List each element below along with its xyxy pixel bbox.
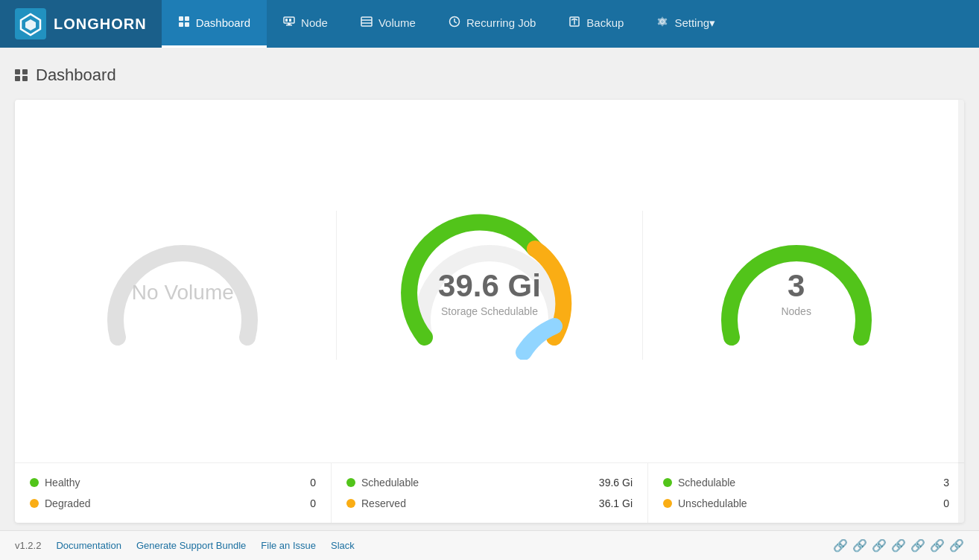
footer-icon-6: 🔗 bbox=[930, 538, 945, 553]
setting-icon bbox=[656, 16, 668, 31]
storage-gauge-center: 39.6 Gi Storage Schedulable bbox=[438, 268, 541, 317]
stat-item-schedulable-nodes: Schedulable 3 bbox=[663, 472, 949, 493]
stat-label-schedulable-nodes: Schedulable bbox=[663, 477, 735, 489]
dot-healthy bbox=[30, 478, 39, 487]
dot-reserved-storage bbox=[346, 499, 355, 508]
nav-label-recurring-job: Recurring Job bbox=[466, 16, 536, 29]
nav-item-volume[interactable]: Volume bbox=[344, 0, 432, 48]
brand[interactable]: LONGHORN bbox=[0, 0, 162, 48]
backup-icon bbox=[568, 16, 580, 31]
volume-icon bbox=[361, 16, 373, 30]
dashboard-page-icon bbox=[15, 69, 28, 81]
nav-label-node: Node bbox=[301, 16, 328, 29]
svg-rect-16 bbox=[15, 69, 20, 74]
no-volume-label: No Volume bbox=[132, 281, 234, 304]
footer-version: v1.2.2 bbox=[15, 540, 41, 551]
svg-rect-19 bbox=[22, 76, 28, 81]
storage-stats-section: Schedulable 39.6 Gi Reserved 36.1 Gi bbox=[332, 463, 648, 523]
stat-item-unschedulable-nodes: Unschedulable 0 bbox=[663, 493, 949, 514]
nav-item-dashboard[interactable]: Dashboard bbox=[162, 0, 267, 48]
svg-rect-3 bbox=[179, 22, 183, 27]
footer: v1.2.2 Documentation Generate Support Bu… bbox=[0, 530, 979, 560]
storage-value: 39.6 Gi bbox=[438, 268, 541, 304]
label-healthy: Healthy bbox=[45, 477, 80, 489]
nodes-gauge: 3 Nodes bbox=[658, 211, 934, 360]
footer-icon-3: 🔗 bbox=[872, 538, 887, 553]
svg-rect-8 bbox=[288, 23, 291, 25]
dot-schedulable-storage bbox=[346, 478, 355, 487]
volume-gauge: No Volume bbox=[45, 211, 321, 360]
value-unschedulable-nodes: 0 bbox=[943, 497, 949, 509]
nav-label-volume: Volume bbox=[378, 16, 416, 29]
svg-rect-6 bbox=[285, 19, 288, 22]
scrollbar bbox=[958, 100, 964, 523]
stat-label-healthy: Healthy bbox=[30, 477, 80, 489]
nodes-gauge-wrapper: 3 Nodes bbox=[700, 211, 893, 360]
footer-icon-5: 🔗 bbox=[910, 538, 925, 553]
svg-rect-9 bbox=[286, 25, 292, 26]
footer-icon-1: 🔗 bbox=[833, 538, 848, 553]
navbar: LONGHORN Dashboard Node Volume Recurring… bbox=[0, 0, 979, 48]
gauge-divider-2 bbox=[642, 211, 643, 360]
footer-link-slack[interactable]: Slack bbox=[331, 540, 355, 551]
nodes-value: 3 bbox=[781, 268, 811, 304]
label-unschedulable-nodes: Unschedulable bbox=[678, 497, 747, 509]
stat-label-schedulable-storage: Schedulable bbox=[346, 477, 419, 489]
svg-rect-2 bbox=[185, 16, 189, 21]
nav-item-setting[interactable]: Setting▾ bbox=[640, 0, 732, 48]
footer-link-support[interactable]: Generate Support Bundle bbox=[136, 540, 246, 551]
footer-icon-4: 🔗 bbox=[891, 538, 906, 553]
stat-item-schedulable-storage: Schedulable 39.6 Gi bbox=[346, 472, 633, 493]
navbar-items: Dashboard Node Volume Recurring Job Back… bbox=[162, 0, 979, 48]
nav-label-backup: Backup bbox=[586, 16, 624, 29]
storage-gauge: 39.6 Gi Storage Schedulable bbox=[352, 211, 628, 360]
dashboard-card: No Volume bbox=[15, 100, 964, 523]
nav-item-backup[interactable]: Backup bbox=[552, 0, 640, 48]
dot-unschedulable-nodes bbox=[663, 499, 672, 508]
value-healthy: 0 bbox=[310, 477, 316, 489]
value-schedulable-nodes: 3 bbox=[943, 477, 949, 489]
stat-label-unschedulable-nodes: Unschedulable bbox=[663, 497, 747, 509]
gauge-divider-1 bbox=[336, 211, 337, 360]
dot-schedulable-nodes bbox=[663, 478, 672, 487]
nav-label-dashboard: Dashboard bbox=[196, 16, 250, 29]
stat-label-reserved-storage: Reserved bbox=[346, 497, 406, 509]
brand-name: LONGHORN bbox=[54, 16, 147, 33]
footer-icons: 🔗 🔗 🔗 🔗 🔗 🔗 🔗 bbox=[833, 538, 964, 553]
value-schedulable-storage: 39.6 Gi bbox=[599, 477, 633, 489]
volume-stats-section: Healthy 0 Degraded 0 bbox=[15, 463, 332, 523]
stat-item-degraded: Degraded 0 bbox=[30, 493, 316, 514]
footer-link-issue[interactable]: File an Issue bbox=[261, 540, 316, 551]
label-schedulable-storage: Schedulable bbox=[361, 477, 419, 489]
nav-item-recurring-job[interactable]: Recurring Job bbox=[432, 0, 552, 48]
gauges-row: No Volume bbox=[15, 115, 964, 462]
node-stats-section: Schedulable 3 Unschedulable 0 bbox=[648, 463, 964, 523]
brand-logo bbox=[15, 8, 46, 39]
page-header: Dashboard bbox=[15, 63, 964, 88]
node-icon bbox=[283, 16, 295, 30]
value-degraded: 0 bbox=[310, 497, 316, 509]
label-reserved-storage: Reserved bbox=[361, 497, 406, 509]
nodes-label: Nodes bbox=[781, 305, 811, 317]
volume-gauge-wrapper: No Volume bbox=[86, 211, 279, 360]
svg-rect-1 bbox=[179, 16, 183, 21]
footer-icon-2: 🔗 bbox=[852, 538, 867, 553]
value-reserved-storage: 36.1 Gi bbox=[599, 497, 633, 509]
svg-rect-17 bbox=[22, 69, 28, 74]
nav-item-node[interactable]: Node bbox=[267, 0, 344, 48]
svg-rect-10 bbox=[361, 17, 372, 26]
label-schedulable-nodes: Schedulable bbox=[678, 477, 735, 489]
footer-icon-7: 🔗 bbox=[949, 538, 964, 553]
svg-rect-4 bbox=[185, 22, 189, 27]
dashboard-icon bbox=[178, 16, 190, 31]
svg-rect-18 bbox=[15, 76, 20, 81]
nodes-gauge-center: 3 Nodes bbox=[781, 268, 811, 317]
volume-gauge-center: No Volume bbox=[132, 281, 234, 305]
recurring-job-icon bbox=[449, 16, 460, 31]
storage-label: Storage Schedulable bbox=[438, 305, 541, 317]
footer-link-docs[interactable]: Documentation bbox=[56, 540, 121, 551]
nav-label-setting: Setting▾ bbox=[674, 16, 715, 30]
dot-degraded bbox=[30, 499, 39, 508]
storage-gauge-wrapper: 39.6 Gi Storage Schedulable bbox=[393, 211, 586, 360]
stat-item-reserved-storage: Reserved 36.1 Gi bbox=[346, 493, 633, 514]
